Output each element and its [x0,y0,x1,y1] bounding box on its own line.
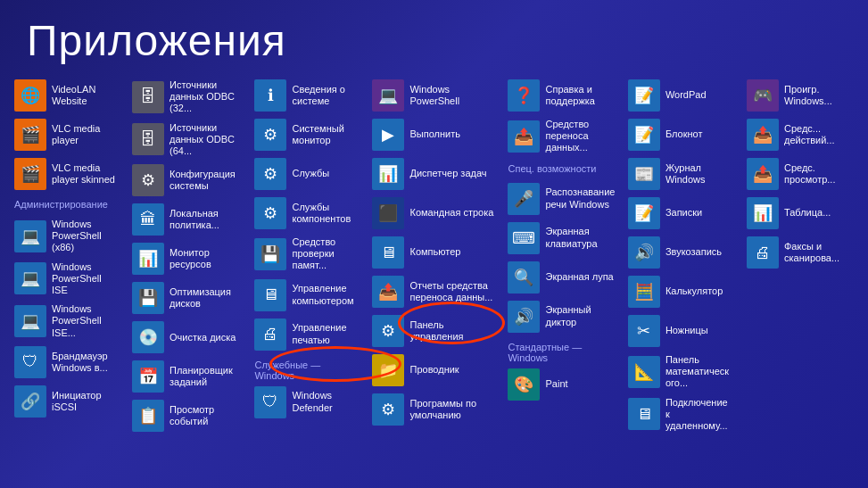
app-item[interactable]: 💿Очистка диска [127,318,247,357]
app-icon: ⚙ [254,158,286,190]
app-label: Средство переноса данных... [545,119,615,154]
app-icon: 🖥 [628,398,660,430]
app-item[interactable]: ▶Выполнить [367,115,500,154]
app-item[interactable]: 📰Журнал Windows [623,154,740,194]
app-item[interactable]: 🔍Экранная лупа [502,258,620,297]
app-item[interactable]: ⬛Командная строка [367,194,500,233]
app-item[interactable]: 🖨Факсы и сканирова... [741,233,857,272]
app-icon: ⌨ [508,222,540,254]
app-item[interactable]: 🖥Компьютер [367,233,500,272]
app-item[interactable]: 💻Windows PowerShell (x86) [9,215,125,258]
apps-grid: 🌐VideoLAN Website🎬VLC media player🎬VLC m… [0,76,868,484]
app-item[interactable]: 🎬VLC media player [9,115,125,154]
column-col3: ℹСведения о системе⚙Системный монитор⚙Сл… [249,76,365,484]
app-item[interactable]: 📊Диспетчер задач [367,154,500,194]
app-item[interactable]: ⚙Службы компонентов [249,194,365,233]
app-icon: 🎤 [508,183,540,215]
app-item[interactable]: 🖥Подключение к удаленному... [623,393,740,436]
app-label: Выполнить [409,128,459,140]
app-label: Брандмауэр Windows в... [52,351,120,374]
app-item[interactable]: 💾Средство проверки памят... [249,233,365,276]
app-item[interactable]: 🗄Источники данных ODBC (32... [127,76,247,119]
app-label: Компьютер [409,246,460,258]
app-icon: 📐 [628,356,660,388]
app-item[interactable]: 🎮Проигр. Windows... [741,76,857,115]
app-icon: 📝 [628,79,660,112]
app-item[interactable]: 📤Средс... действий... [741,115,857,154]
app-icon: 🎬 [14,119,46,151]
app-item[interactable]: 🎨Paint [502,365,620,404]
app-item[interactable]: 💻Windows PowerShell ISE... [9,300,125,343]
app-item[interactable]: 📝WordPad [623,76,740,115]
app-item[interactable]: 🔊Звукозапись [623,233,740,272]
app-icon: 🖥 [254,279,286,311]
app-icon: 📁 [372,354,404,386]
app-label: Командная строка [409,207,493,219]
app-icon: ✂ [628,315,660,347]
app-label: Журнал Windows [665,162,734,186]
app-icon: 🗄 [132,123,164,155]
app-item[interactable]: 🛡Windows Defender [249,383,365,422]
app-item[interactable]: 🧮Калькулятор [623,272,740,311]
app-item[interactable]: ⚙Службы [249,154,365,194]
column-col7: 🎮Проигр. Windows...📤Средс... действий...… [741,76,857,484]
app-item[interactable]: 📊Таблица... [741,194,857,233]
app-item[interactable]: 🌐VideoLAN Website [9,76,125,115]
app-item[interactable]: ⌨Экранная клавиатура [502,219,620,258]
section-label: Служебные — Windows [249,354,365,383]
app-label: Записки [665,207,702,219]
app-icon: 💿 [132,321,164,353]
app-label: Paint [545,378,567,390]
app-icon: 🔊 [508,301,540,333]
app-item[interactable]: 📅Планировщик заданий [127,357,247,396]
app-label: Звукозапись [665,246,722,258]
app-label: Экранная клавиатура [545,226,615,249]
app-label: Windows PowerShell ISE... [52,303,120,339]
app-label: Проигр. Windows... [784,84,852,107]
app-item[interactable]: ℹСведения о системе [249,76,365,115]
app-item[interactable]: 💻Windows PowerShell [367,76,500,115]
app-icon: ⚙ [254,197,286,229]
app-item[interactable]: ⚙Конфигурация системы [127,161,247,200]
app-item[interactable]: ⚙Программы по умолчанию [367,390,500,429]
app-label: Панель управления [409,319,495,343]
app-label: Планировщик заданий [169,365,242,388]
app-item[interactable]: 📋Просмотр событий [127,396,247,435]
app-label: Конфигурация системы [169,169,242,192]
app-item[interactable]: 📤Отчеты средства переноса данны... [367,272,500,311]
app-item[interactable]: 🖥Управление компьютером [249,276,365,315]
app-item[interactable]: 📝Записки [623,194,740,233]
app-item[interactable]: 📤Средство переноса данных... [502,115,620,158]
app-icon: 🖨 [747,236,779,269]
app-label: Средство проверки памят... [292,236,360,272]
app-item[interactable]: ❓Справка и поддержка [502,76,620,115]
app-item[interactable]: 🛡Брандмауэр Windows в... [9,343,125,382]
app-item[interactable]: 🎬VLC media player skinned [9,154,125,194]
app-item[interactable]: 🎤Распознавание речи Windows [502,179,620,219]
app-label: Подключение к удаленному... [665,397,734,433]
app-item[interactable]: 📤Средс. просмотр... [741,154,857,194]
app-item[interactable]: ✂Ножницы [623,311,740,351]
app-icon: 💾 [254,238,286,270]
app-item[interactable]: 🔗Инициатор iSCSI [9,382,125,421]
app-item[interactable]: 🏛Локальная политика... [127,200,247,239]
app-label: Управление компьютером [292,283,360,306]
app-item[interactable]: ⚙Системный монитор [249,115,365,154]
app-item[interactable]: 💻Windows PowerShell ISE [9,258,125,301]
app-label: Локальная политика... [169,208,242,231]
app-item[interactable]: 📁Проводник [367,351,500,390]
app-item[interactable]: 📐Панель математического... [623,351,740,393]
app-label: Windows PowerShell (x86) [52,219,120,254]
app-item[interactable]: ⚙Панель управления [367,311,500,351]
app-item[interactable]: 🗄Источники данных ODBC (64... [127,119,247,161]
app-icon: 🛡 [254,386,286,418]
app-label: Монитор ресурсов [169,247,242,270]
app-label: Экранная лупа [545,271,613,283]
app-item[interactable]: 💾Оптимизация дисков [127,278,247,318]
app-item[interactable]: 🖨Управление печатью [249,315,365,354]
app-icon: 🌐 [14,79,46,112]
app-item[interactable]: 📝Блокнот [623,115,740,154]
app-label: Источники данных ODBC (64... [169,122,242,158]
app-item[interactable]: 📊Монитор ресурсов [127,239,247,278]
app-item[interactable]: 🔊Экранный диктор [502,297,620,336]
